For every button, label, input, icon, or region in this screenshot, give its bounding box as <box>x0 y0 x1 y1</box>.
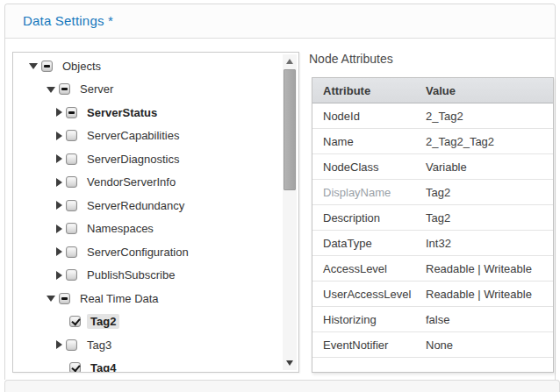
tree-item-objects[interactable]: Objects <box>13 54 281 78</box>
scroll-up-button[interactable] <box>283 54 297 68</box>
attribute-name-cell: UserAccessLevel <box>312 282 415 307</box>
unchecked-checkbox-icon[interactable] <box>66 200 77 211</box>
attribute-name-cell: Name <box>312 129 415 154</box>
attribute-value-cell: Tag2 <box>415 180 553 205</box>
tree-item-publishsubscribe[interactable]: PublishSubscribe <box>13 264 281 288</box>
checked-checkbox-icon[interactable] <box>69 362 81 372</box>
indeterminate-checkbox-icon[interactable] <box>59 83 70 95</box>
tree-item-serverconfiguration[interactable]: ServerConfiguration <box>13 240 281 264</box>
table-row: DisplayNameTag2 <box>312 180 553 205</box>
tree-item-vendorserverinfo[interactable]: VendorServerInfo <box>13 171 281 195</box>
table-row: NodeClassVariable <box>312 154 553 180</box>
tree-item-serverdiagnostics[interactable]: ServerDiagnostics <box>13 147 281 171</box>
attribute-value-cell: Readable | Writeable <box>415 282 553 307</box>
expand-arrow-icon[interactable] <box>54 131 66 141</box>
table-row: DataTypeInt32 <box>312 231 553 256</box>
table-row: Name2_Tag2_Tag2 <box>312 129 553 154</box>
attribute-value-cell: false <box>415 307 553 332</box>
table-row: Historizingfalse <box>312 307 553 332</box>
scrollbar-thumb[interactable] <box>284 69 296 190</box>
no-arrow-spacer <box>54 317 66 327</box>
bottom-strip <box>4 380 560 392</box>
unchecked-checkbox-icon[interactable] <box>66 246 77 258</box>
table-row: UserAccessLevelReadable | Writeable <box>312 282 553 307</box>
tree-item-label: Tag2 <box>87 314 119 329</box>
expand-arrow-icon[interactable] <box>54 153 66 164</box>
attribute-value-cell: Readable | Writeable <box>415 256 553 282</box>
column-header-value: Value <box>415 78 553 103</box>
tree-item-label: Namespaces <box>83 221 157 236</box>
tree-item-real-time-data[interactable]: Real Time Data <box>13 287 281 310</box>
expand-arrow-icon[interactable] <box>54 246 66 257</box>
node-attributes-title: Node Attributes <box>309 52 393 66</box>
attribute-value-cell: None <box>415 332 553 358</box>
collapse-arrow-icon[interactable] <box>29 61 41 71</box>
window-header: Data Settings * <box>5 4 555 39</box>
tree-scrollbar[interactable] <box>283 54 297 370</box>
indeterminate-checkbox-icon[interactable] <box>66 107 77 118</box>
attributes-table: Attribute Value NodeId2_Tag2Name2_Tag2_T… <box>312 77 554 373</box>
attribute-name-cell: DisplayName <box>312 180 415 205</box>
tree-item-label: ServerRedundancy <box>83 198 188 213</box>
collapse-arrow-icon[interactable] <box>47 293 59 303</box>
tree-item-serverredundancy[interactable]: ServerRedundancy <box>13 194 281 217</box>
tree-item-tag4[interactable]: Tag4 <box>13 357 281 373</box>
tree-item-label: ServerConfiguration <box>83 245 192 260</box>
attribute-value-cell: 2_Tag2_Tag2 <box>415 129 553 154</box>
tree-item-tag2[interactable]: Tag2 <box>13 310 281 334</box>
unchecked-checkbox-icon[interactable] <box>66 339 77 351</box>
unchecked-checkbox-icon[interactable] <box>66 223 77 234</box>
indeterminate-checkbox-icon[interactable] <box>59 293 70 304</box>
tree-item-namespaces[interactable]: Namespaces <box>13 217 281 241</box>
expand-arrow-icon[interactable] <box>54 177 66 188</box>
arrow-up-icon <box>286 59 293 64</box>
data-settings-window: Data Settings * ObjectsServerServerStatu… <box>0 0 560 392</box>
arrow-down-icon <box>286 360 293 366</box>
tree-item-label: ServerStatus <box>83 105 161 120</box>
expand-arrow-icon[interactable] <box>54 270 66 281</box>
expand-arrow-icon[interactable] <box>54 200 66 210</box>
collapse-arrow-icon[interactable] <box>47 84 59 95</box>
expand-arrow-icon[interactable] <box>54 339 66 350</box>
tree-item-serverstatus[interactable]: ServerStatus <box>13 101 281 125</box>
attribute-name-cell: Historizing <box>312 307 415 332</box>
attribute-name-cell: Description <box>312 205 415 231</box>
tree-item-label: Tag3 <box>83 338 115 353</box>
expand-arrow-icon[interactable] <box>54 224 66 234</box>
tree-item-tag3[interactable]: Tag3 <box>13 333 281 357</box>
attribute-value-cell: Tag2 <box>415 205 553 231</box>
tree-item-label: Real Time Data <box>76 291 162 306</box>
expand-arrow-icon[interactable] <box>54 107 66 118</box>
column-header-attribute: Attribute <box>312 78 415 103</box>
page-title: Data Settings * <box>5 4 113 38</box>
attribute-name-cell: EventNotifier <box>312 332 415 358</box>
table-row: NodeId2_Tag2 <box>312 103 553 129</box>
indeterminate-checkbox-icon[interactable] <box>41 61 53 72</box>
tree-item-label: Server <box>76 82 117 96</box>
tree-item-server[interactable]: Server <box>13 78 281 102</box>
checked-checkbox-icon[interactable] <box>69 316 81 327</box>
attribute-value-cell: 2_Tag2 <box>415 103 553 129</box>
attribute-name-cell: DataType <box>312 231 415 256</box>
no-arrow-spacer <box>54 363 66 372</box>
table-header-row: Attribute Value <box>312 78 553 103</box>
tree-item-servercapabilities[interactable]: ServerCapabilities <box>13 125 281 148</box>
tree-item-label: PublishSubscribe <box>83 267 178 282</box>
tree-item-label: ServerDiagnostics <box>83 152 183 167</box>
table-row: AccessLevelReadable | Writeable <box>312 256 553 282</box>
attribute-name-cell: NodeId <box>312 103 415 129</box>
unchecked-checkbox-icon[interactable] <box>66 153 77 165</box>
unchecked-checkbox-icon[interactable] <box>66 176 77 188</box>
attribute-name-cell: NodeClass <box>312 154 415 180</box>
tree-item-label: ServerCapabilities <box>83 128 183 143</box>
tree-item-label: Objects <box>59 59 104 74</box>
table-row: EventNotifierNone <box>312 332 553 358</box>
scroll-down-button[interactable] <box>283 356 297 370</box>
unchecked-checkbox-icon[interactable] <box>66 269 77 281</box>
node-tree: ObjectsServerServerStatusServerCapabilit… <box>13 54 281 372</box>
unchecked-checkbox-icon[interactable] <box>66 130 77 141</box>
table-row: DescriptionTag2 <box>312 205 553 231</box>
node-tree-panel: ObjectsServerServerStatusServerCapabilit… <box>12 52 299 373</box>
attribute-value-cell: Int32 <box>415 231 553 256</box>
tree-item-label: VendorServerInfo <box>83 175 179 189</box>
